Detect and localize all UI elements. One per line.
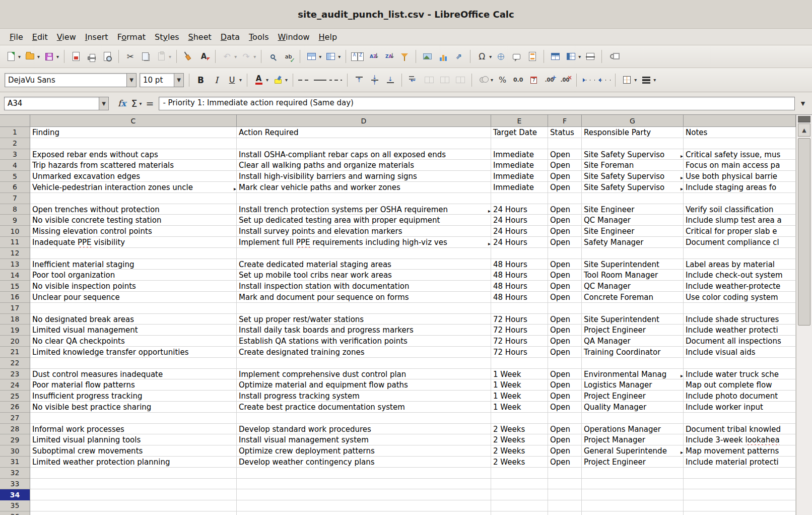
format-as-currency-button[interactable]: ▾ bbox=[476, 73, 494, 87]
cell-D35[interactable] bbox=[237, 500, 491, 511]
cell-H5[interactable]: Use both physical barrie bbox=[684, 171, 796, 182]
cell-G10[interactable]: Site Engineer bbox=[582, 226, 684, 237]
clone-formatting-button[interactable] bbox=[181, 49, 195, 64]
cell-F8[interactable]: Open bbox=[548, 204, 582, 215]
cell-F2[interactable] bbox=[548, 138, 582, 149]
undo-button[interactable]: ↶▾ bbox=[220, 49, 238, 64]
row-header-15[interactable]: 15 bbox=[0, 281, 30, 292]
cell-F11[interactable]: Open bbox=[548, 237, 582, 248]
cell-E33[interactable] bbox=[491, 479, 548, 490]
highlighting-color-dropdown-icon[interactable]: ▾ bbox=[285, 77, 288, 83]
row-header-8[interactable]: 8 bbox=[0, 204, 30, 215]
cell-G5[interactable]: Site Safety Superviso▸ bbox=[582, 171, 684, 182]
font-name-dropdown-icon[interactable]: ▼ bbox=[126, 74, 136, 87]
cell-H17[interactable] bbox=[684, 303, 796, 314]
row-header-28[interactable]: 28 bbox=[0, 424, 30, 435]
scrollbar-thumb[interactable] bbox=[798, 138, 810, 326]
border-style-dropdown-icon[interactable]: ▾ bbox=[653, 77, 656, 83]
cell-E15[interactable]: 48 Hours bbox=[491, 281, 548, 292]
merge-cells-button[interactable] bbox=[437, 73, 452, 87]
cell-F30[interactable]: Open bbox=[548, 445, 582, 457]
cell-H27[interactable] bbox=[684, 413, 796, 424]
cell-H31[interactable]: Include material protecti bbox=[684, 457, 796, 468]
row-header-2[interactable]: 2 bbox=[0, 138, 30, 149]
cell-C5[interactable]: Unmarked excavation edges bbox=[30, 171, 237, 182]
cell-C14[interactable]: Poor tool organization bbox=[30, 270, 237, 281]
cell-E18[interactable]: 72 Hours bbox=[491, 314, 548, 325]
formula-input[interactable]: - Priority 1: Immediate action required … bbox=[159, 97, 795, 110]
cell-C27[interactable] bbox=[30, 413, 237, 424]
cell-H7[interactable] bbox=[684, 193, 796, 204]
cell-E6[interactable]: Immediate bbox=[491, 182, 548, 193]
border-style-button[interactable]: ▾ bbox=[639, 73, 657, 87]
cell-E5[interactable]: Immediate bbox=[491, 171, 548, 182]
sort-descending-button[interactable]: ZA↓ bbox=[381, 49, 396, 64]
cell-G18[interactable]: Site Superintendent bbox=[582, 314, 684, 325]
row-header-31[interactable]: 31 bbox=[0, 457, 30, 468]
cell-F23[interactable]: Open bbox=[548, 369, 582, 380]
menu-edit[interactable]: Edit bbox=[28, 30, 52, 44]
cut-button[interactable]: ✂ bbox=[123, 49, 138, 64]
cell-F29[interactable]: Open bbox=[548, 434, 582, 445]
cell-F28[interactable]: Open bbox=[548, 424, 582, 435]
row-header-17[interactable]: 17 bbox=[0, 303, 30, 314]
cell-G34[interactable] bbox=[582, 489, 684, 500]
cell-F3[interactable]: Open bbox=[548, 149, 582, 160]
row-header-11[interactable]: 11 bbox=[0, 237, 30, 248]
new-document-button[interactable]: ▾ bbox=[4, 49, 22, 64]
cell-H21[interactable]: Include visual aids bbox=[684, 347, 796, 358]
vertical-scrollbar[interactable]: ▲ bbox=[796, 115, 812, 515]
cell-C10[interactable]: Missing elevation control points bbox=[30, 226, 237, 237]
cell-G31[interactable]: Project Engineer bbox=[582, 457, 684, 468]
cell-E13[interactable]: 48 Hours bbox=[491, 259, 548, 270]
cell-G36[interactable] bbox=[582, 511, 684, 515]
formula-equals-icon[interactable]: = bbox=[146, 98, 154, 109]
cell-C28[interactable]: Informal work processes bbox=[30, 424, 237, 435]
align-bottom-button[interactable]: ↓ bbox=[383, 73, 397, 87]
insert-column-dropdown-icon[interactable]: ▾ bbox=[338, 54, 341, 59]
cell-E27[interactable] bbox=[491, 413, 548, 424]
insert-row-dropdown-icon[interactable]: ▾ bbox=[319, 54, 321, 59]
add-decimal-place-button[interactable]: .00+ bbox=[542, 73, 557, 87]
cell-F17[interactable] bbox=[548, 303, 582, 314]
redo-button[interactable]: ↷▾ bbox=[239, 49, 257, 64]
cell-D4[interactable]: Clear all walking paths and organize mat… bbox=[237, 160, 491, 171]
cell-C34[interactable] bbox=[30, 489, 237, 500]
cell-D22[interactable] bbox=[237, 358, 491, 369]
split-window-button[interactable] bbox=[583, 49, 597, 64]
show-draw-functions-button[interactable] bbox=[606, 49, 621, 64]
delete-decimal-place-button[interactable]: .00× bbox=[558, 73, 572, 87]
cell-H1[interactable]: Notes bbox=[684, 127, 796, 138]
insert-chart-button[interactable] bbox=[436, 49, 450, 64]
cell-F6[interactable]: Open bbox=[548, 182, 582, 193]
cell-C8[interactable]: Open trenches without protection bbox=[30, 204, 237, 215]
cell-H15[interactable]: Include weather-protecte bbox=[684, 281, 796, 292]
cell-E2[interactable] bbox=[491, 138, 548, 149]
cell-H30[interactable]: Map movement patterns bbox=[684, 445, 796, 457]
cell-D13[interactable]: Create dedicated material staging areas bbox=[237, 259, 491, 270]
cell-E1[interactable]: Target Date bbox=[491, 127, 548, 138]
cell-C30[interactable]: Suboptimal crew movements bbox=[30, 445, 237, 457]
paste-dropdown-icon[interactable]: ▾ bbox=[169, 54, 171, 59]
cell-H4[interactable]: Focus on main access pa bbox=[684, 160, 796, 171]
cell-H36[interactable] bbox=[684, 511, 796, 515]
cell-H13[interactable]: Label areas by material bbox=[684, 259, 796, 270]
cell-D6[interactable]: Mark clear vehicle paths and worker zone… bbox=[237, 182, 491, 193]
insert-hyperlink-button[interactable] bbox=[494, 49, 508, 64]
cell-H28[interactable]: Document tribal knowled bbox=[684, 424, 796, 435]
align-left-button[interactable] bbox=[297, 73, 312, 87]
row-header-27[interactable]: 27 bbox=[0, 413, 30, 424]
wrap-text-button[interactable]: ↵ bbox=[406, 73, 421, 87]
row-header-36[interactable]: 36 bbox=[0, 511, 30, 515]
cell-E7[interactable] bbox=[491, 193, 548, 204]
cell-E12[interactable] bbox=[491, 248, 548, 259]
cell-C1[interactable]: Finding bbox=[30, 127, 237, 138]
cell-F21[interactable]: Open bbox=[548, 347, 582, 358]
cell-F7[interactable] bbox=[548, 193, 582, 204]
cell-G12[interactable] bbox=[582, 248, 684, 259]
sort-button[interactable]: AZ bbox=[350, 49, 365, 64]
cell-C26[interactable]: No visible best practice sharing bbox=[30, 402, 237, 413]
cell-F26[interactable]: Open bbox=[548, 402, 582, 413]
cell-H29[interactable]: Include 3-week lookahea bbox=[684, 434, 796, 445]
cell-G9[interactable]: QC Manager bbox=[582, 215, 684, 226]
